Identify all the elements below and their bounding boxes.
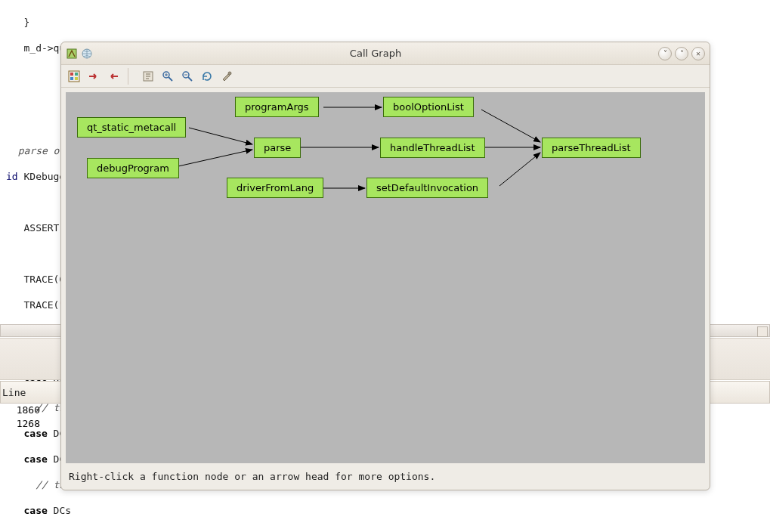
node-parse[interactable]: parse bbox=[254, 138, 301, 158]
node-boolOptionList[interactable]: boolOptionList bbox=[383, 97, 474, 117]
refresh-icon[interactable] bbox=[199, 68, 215, 85]
caller-arrow-icon[interactable] bbox=[85, 68, 102, 85]
toolbar bbox=[61, 65, 710, 88]
callee-arrow-icon[interactable] bbox=[105, 68, 122, 85]
node-driverFromLang[interactable]: driverFromLang bbox=[227, 178, 323, 198]
layout-icon[interactable] bbox=[66, 68, 82, 85]
call-graph-window: Call Graph ˅ ˄ ✕ bbox=[60, 42, 710, 490]
minimize-button[interactable]: ˅ bbox=[658, 47, 672, 60]
settings-icon[interactable] bbox=[218, 68, 235, 85]
svg-rect-4 bbox=[75, 73, 78, 76]
export-icon[interactable] bbox=[140, 68, 156, 85]
zoom-out-icon[interactable] bbox=[179, 68, 196, 85]
node-qt-static-metacall[interactable]: qt_static_metacall bbox=[77, 117, 186, 138]
maximize-button[interactable]: ˄ bbox=[675, 47, 688, 60]
node-programArgs[interactable]: programArgs bbox=[235, 97, 319, 117]
svg-rect-3 bbox=[70, 73, 73, 76]
window-title: Call Graph bbox=[96, 48, 655, 59]
node-parseThreadList[interactable]: parseThreadList bbox=[542, 138, 641, 158]
app-icon bbox=[66, 48, 78, 60]
svg-rect-6 bbox=[75, 77, 78, 80]
graph-canvas[interactable]: qt_static_metacall debugProgram programA… bbox=[66, 92, 705, 463]
node-debugProgram[interactable]: debugProgram bbox=[87, 158, 179, 178]
separator bbox=[128, 68, 134, 85]
globe-icon bbox=[81, 48, 93, 60]
titlebar[interactable]: Call Graph ˅ ˄ ✕ bbox=[61, 42, 710, 65]
line-row[interactable]: 1860 bbox=[0, 404, 46, 417]
zoom-in-icon[interactable] bbox=[159, 68, 176, 85]
line-row[interactable]: 1268 bbox=[0, 417, 46, 431]
node-setDefaultInvocation[interactable]: setDefaultInvocation bbox=[366, 178, 488, 198]
svg-rect-5 bbox=[70, 77, 73, 80]
node-handleThreadList[interactable]: handleThreadList bbox=[380, 138, 485, 158]
svg-point-10 bbox=[228, 72, 231, 75]
close-button[interactable]: ✕ bbox=[691, 47, 705, 60]
hint-text: Right-click a function node or an arrow … bbox=[61, 468, 710, 490]
